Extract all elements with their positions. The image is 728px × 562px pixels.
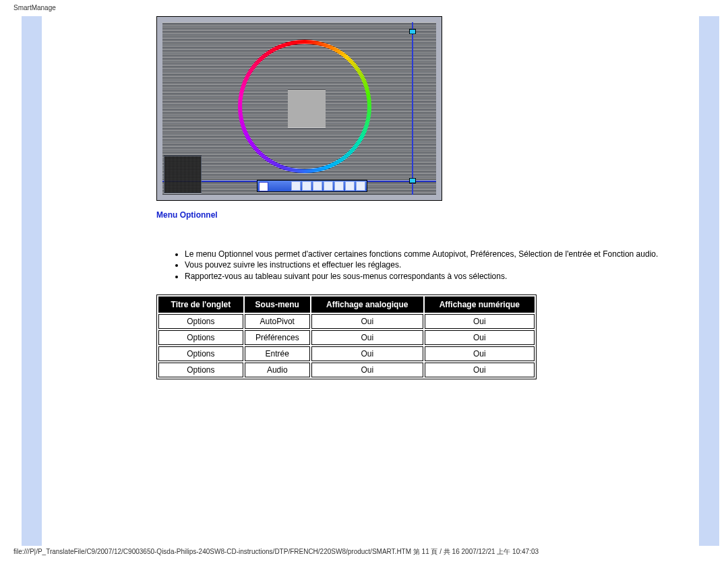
cell: Oui bbox=[425, 314, 535, 329]
cell: Options bbox=[158, 314, 243, 329]
cell: Entrée bbox=[245, 346, 310, 361]
cell: Oui bbox=[311, 314, 423, 329]
toolbar-icon[interactable] bbox=[302, 181, 311, 191]
col-header: Sous-menu bbox=[245, 296, 310, 313]
toolbar-icon[interactable] bbox=[345, 181, 355, 191]
toolbar-icon[interactable] bbox=[291, 181, 301, 191]
toolbar-icon[interactable] bbox=[334, 181, 344, 191]
thumbnail-preview bbox=[164, 156, 202, 193]
cell: Oui bbox=[425, 346, 535, 361]
footer-path: file:///P|/P_TranslateFile/C9/2007/12/C9… bbox=[13, 547, 719, 557]
marker-top-icon bbox=[409, 29, 416, 34]
geometry-guide-vertical bbox=[412, 22, 413, 195]
notes-list: Le menu Optionnel vous permet d'activer … bbox=[171, 249, 675, 281]
table-row: Options Entrée Oui Oui bbox=[158, 346, 535, 361]
cell: Oui bbox=[311, 330, 423, 345]
note-item: Vous pouvez suivre les instructions et e… bbox=[185, 260, 662, 270]
col-header: Affichage analogique bbox=[311, 296, 423, 313]
page-title: SmartManage bbox=[13, 4, 56, 11]
table-row: Options AutoPivot Oui Oui bbox=[158, 314, 535, 329]
options-table: Titre de l'onglet Sous-menu Affichage an… bbox=[156, 294, 537, 379]
toolbar-icon[interactable] bbox=[324, 181, 333, 191]
language-toolbar[interactable] bbox=[257, 180, 367, 192]
note-item: Le menu Optionnel vous permet d'activer … bbox=[185, 249, 662, 259]
cell: Oui bbox=[311, 363, 423, 377]
cell: Oui bbox=[311, 346, 423, 361]
cell: Oui bbox=[425, 363, 535, 377]
cell: Oui bbox=[425, 330, 535, 345]
content-area: Menu Optionnel Le menu Optionnel vous pe… bbox=[156, 16, 675, 379]
example-screenshot bbox=[156, 16, 442, 201]
center-gray-square bbox=[288, 90, 326, 127]
cell: Audio bbox=[245, 363, 310, 377]
toolbar-icon[interactable] bbox=[356, 181, 365, 191]
cell: Options bbox=[158, 346, 243, 361]
section-title: Menu Optionnel bbox=[156, 210, 675, 220]
cell: Options bbox=[158, 330, 243, 345]
table-row: Options Audio Oui Oui bbox=[158, 363, 535, 377]
table-row: Options Préférences Oui Oui bbox=[158, 330, 535, 345]
note-item: Rapportez-vous au tableau suivant pour l… bbox=[185, 272, 662, 281]
left-margin-stripe bbox=[22, 16, 42, 546]
right-margin-stripe bbox=[699, 16, 719, 546]
cell: AutoPivot bbox=[245, 314, 310, 329]
cell: Préférences bbox=[245, 330, 310, 345]
table-header-row: Titre de l'onglet Sous-menu Affichage an… bbox=[158, 296, 535, 313]
col-header: Affichage numérique bbox=[425, 296, 535, 313]
marker-bottom-icon bbox=[409, 178, 416, 183]
toolbar-icon[interactable] bbox=[313, 181, 322, 191]
col-header: Titre de l'onglet bbox=[158, 296, 243, 313]
cell: Options bbox=[158, 363, 243, 377]
